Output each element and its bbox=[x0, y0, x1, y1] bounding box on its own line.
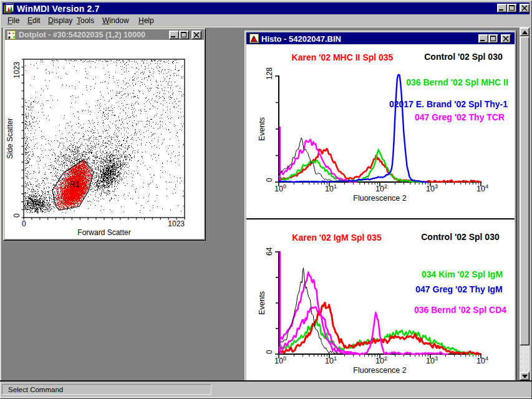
svg-text:034 Kim '02 Spl IgM: 034 Kim '02 Spl IgM bbox=[422, 269, 503, 279]
svg-text:104: 104 bbox=[476, 355, 488, 365]
svg-text:Fluorescence 2: Fluorescence 2 bbox=[353, 366, 407, 375]
svg-text:Karen '02 MHC II Spl 035: Karen '02 MHC II Spl 035 bbox=[292, 52, 394, 62]
svg-text:Fluorescence 2: Fluorescence 2 bbox=[353, 194, 407, 203]
svg-text:Events: Events bbox=[258, 291, 266, 315]
svg-text:1023: 1023 bbox=[12, 62, 21, 79]
svg-text:036 Bernd '02 Spl CD4: 036 Bernd '02 Spl CD4 bbox=[414, 305, 506, 315]
svg-text:036 Bernd '02 Spl MHC II: 036 Bernd '02 Spl MHC II bbox=[406, 77, 508, 87]
svg-text:100: 100 bbox=[274, 183, 286, 193]
svg-text:R1: R1 bbox=[70, 180, 80, 189]
svg-text:102: 102 bbox=[375, 183, 387, 193]
svg-text:Control '02 Spl 030: Control '02 Spl 030 bbox=[424, 52, 503, 62]
svg-text:128: 128 bbox=[265, 67, 274, 80]
svg-text:100: 100 bbox=[274, 355, 286, 365]
svg-text:101: 101 bbox=[325, 183, 337, 193]
svg-text:102: 102 bbox=[375, 355, 387, 365]
svg-text:047 Greg '02 Thy IgM: 047 Greg '02 Thy IgM bbox=[415, 284, 503, 294]
svg-text:101: 101 bbox=[325, 355, 337, 365]
svg-text:104: 104 bbox=[476, 183, 488, 193]
svg-text:0: 0 bbox=[265, 178, 274, 182]
svg-text:0: 0 bbox=[22, 219, 26, 228]
svg-text:Forward Scatter: Forward Scatter bbox=[77, 228, 130, 237]
svg-text:103: 103 bbox=[426, 355, 438, 365]
svg-text:0: 0 bbox=[265, 350, 274, 354]
svg-text:103: 103 bbox=[426, 183, 438, 193]
svg-text:Events: Events bbox=[258, 117, 266, 141]
svg-text:02017 E. Brand '02 Spl Thy-1: 02017 E. Brand '02 Spl Thy-1 bbox=[389, 99, 508, 109]
svg-text:64: 64 bbox=[265, 247, 274, 256]
svg-text:1023: 1023 bbox=[168, 219, 185, 228]
svg-text:047 Greg '02 Thy TCR: 047 Greg '02 Thy TCR bbox=[415, 112, 505, 122]
svg-text:0: 0 bbox=[12, 213, 21, 218]
svg-text:Control '02 Spl 030: Control '02 Spl 030 bbox=[421, 232, 500, 242]
svg-text:Side Scatter: Side Scatter bbox=[6, 118, 14, 158]
svg-text:Karen '02 IgM Spl 035: Karen '02 IgM Spl 035 bbox=[292, 233, 382, 243]
